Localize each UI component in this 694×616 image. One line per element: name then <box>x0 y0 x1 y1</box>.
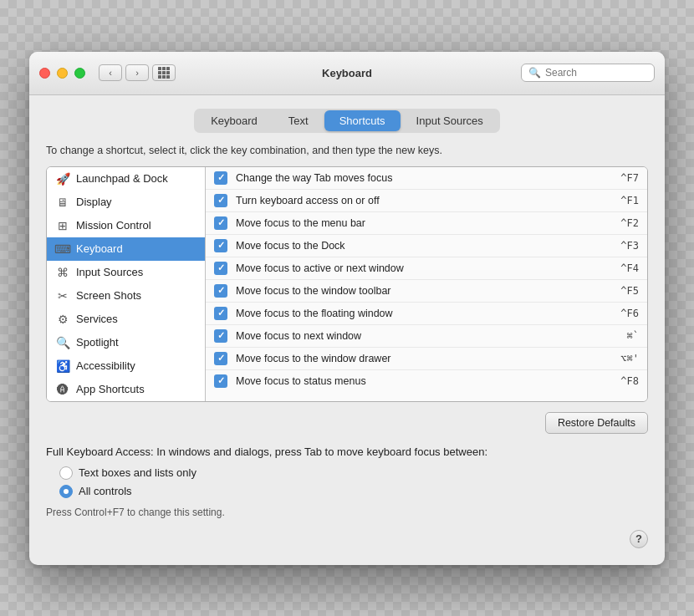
traffic-lights <box>39 68 85 79</box>
tabs-row: Keyboard Text Shortcuts Input Sources <box>46 109 648 133</box>
app-shortcuts-icon: 🅐 <box>55 382 70 397</box>
sidebar-item-display-label: Display <box>76 196 112 208</box>
instruction-text: To change a shortcut, select it, click t… <box>46 145 648 156</box>
radio-group: Text boxes and lists only All controls <box>59 466 648 498</box>
shortcut-key-6: ^F6 <box>620 308 639 319</box>
back-button[interactable]: ‹ <box>99 64 122 81</box>
checkbox-6[interactable] <box>214 307 227 320</box>
search-input[interactable] <box>545 67 647 79</box>
input-sources-icon: ⌘ <box>55 265 70 280</box>
sidebar-item-accessibility-label: Accessibility <box>76 359 135 372</box>
sidebar-item-spotlight-label: Spotlight <box>76 336 119 349</box>
shortcuts-panel: Change the way Tab moves focus ^F7 Turn … <box>206 167 647 401</box>
shortcut-key-0: ^F7 <box>620 172 639 184</box>
checkbox-9[interactable] <box>214 374 227 388</box>
shortcut-name-6: Move focus to the floating window <box>236 308 620 319</box>
checkbox-3[interactable] <box>214 239 227 252</box>
sidebar-item-keyboard-label: Keyboard <box>76 242 123 255</box>
checkbox-2[interactable] <box>214 216 227 230</box>
shortcut-row-1[interactable]: Turn keyboard access on or off ^F1 <box>206 190 647 212</box>
sidebar-item-accessibility[interactable]: ♿ Accessibility <box>47 354 205 378</box>
radio-all-controls-label: All controls <box>79 485 132 497</box>
sidebar-item-services-label: Services <box>76 313 118 325</box>
sidebar-item-keyboard[interactable]: ⌨ Keyboard <box>47 237 205 261</box>
nav-buttons: ‹ › <box>99 64 149 81</box>
search-box[interactable]: 🔍 <box>521 64 655 82</box>
sidebar: 🚀 Launchpad & Dock 🖥 Display ⊞ Mission C… <box>47 167 206 401</box>
forward-button[interactable]: › <box>125 64 149 81</box>
shortcut-row-8[interactable]: Move focus to the window drawer ⌥⌘' <box>206 348 647 370</box>
sidebar-item-app-shortcuts[interactable]: 🅐 App Shortcuts <box>47 378 205 401</box>
checkbox-1[interactable] <box>214 194 227 207</box>
accessibility-icon: ♿ <box>55 359 70 374</box>
main-panel: 🚀 Launchpad & Dock 🖥 Display ⊞ Mission C… <box>46 166 648 402</box>
shortcut-row-2[interactable]: Move focus to the menu bar ^F2 <box>206 212 647 235</box>
sidebar-item-input-label: Input Sources <box>76 266 143 278</box>
sidebar-item-launchpad-label: Launchpad & Dock <box>76 172 168 185</box>
shortcut-key-7: ⌘` <box>627 330 639 342</box>
shortcut-row-3[interactable]: Move focus to the Dock ^F3 <box>206 235 647 257</box>
shortcut-key-9: ^F8 <box>620 375 639 387</box>
shortcut-row-9[interactable]: Move focus to status menus ^F8 <box>206 370 647 392</box>
sidebar-item-app-shortcuts-label: App Shortcuts <box>76 383 145 395</box>
sidebar-item-display[interactable]: 🖥 Display <box>47 191 205 214</box>
shortcut-row-4[interactable]: Move focus to active or next window ^F4 <box>206 257 647 280</box>
search-icon: 🔍 <box>528 67 541 79</box>
sidebar-item-mission-control[interactable]: ⊞ Mission Control <box>47 214 205 237</box>
keyboard-icon: ⌨ <box>55 242 70 257</box>
radio-all-controls[interactable] <box>59 485 73 498</box>
tab-keyboard[interactable]: Keyboard <box>196 110 273 131</box>
tabs-container: Keyboard Text Shortcuts Input Sources <box>194 109 500 133</box>
sidebar-item-spotlight[interactable]: 🔍 Spotlight <box>47 331 205 354</box>
shortcut-key-2: ^F2 <box>620 217 639 229</box>
shortcut-name-1: Turn keyboard access on or off <box>236 195 620 206</box>
screenshot-icon: ✂ <box>55 288 70 303</box>
radio-text-boxes[interactable] <box>59 466 73 480</box>
grid-button[interactable] <box>152 64 176 81</box>
spotlight-icon: 🔍 <box>55 335 70 350</box>
display-icon: 🖥 <box>55 195 70 210</box>
shortcut-row-0[interactable]: Change the way Tab moves focus ^F7 <box>206 167 647 190</box>
shortcut-key-5: ^F5 <box>620 285 639 297</box>
shortcut-key-8: ⌥⌘' <box>620 353 639 364</box>
sidebar-item-mission-label: Mission Control <box>76 219 151 232</box>
launchpad-icon: 🚀 <box>55 171 70 186</box>
minimize-button[interactable] <box>57 68 68 79</box>
radio-item-text-boxes[interactable]: Text boxes and lists only <box>59 466 648 480</box>
sidebar-item-input-sources[interactable]: ⌘ Input Sources <box>47 261 205 284</box>
radio-item-all-controls[interactable]: All controls <box>59 485 648 498</box>
checkbox-4[interactable] <box>214 262 227 275</box>
checkbox-7[interactable] <box>214 329 227 343</box>
checkbox-8[interactable] <box>214 352 227 365</box>
sidebar-item-services[interactable]: ⚙ Services <box>47 308 205 331</box>
content-area: Keyboard Text Shortcuts Input Sources To… <box>29 95 665 565</box>
help-button[interactable]: ? <box>630 530 648 548</box>
sidebar-item-screenshots-label: Screen Shots <box>76 289 141 302</box>
close-button[interactable] <box>39 68 50 79</box>
checkbox-0[interactable] <box>214 171 227 185</box>
shortcut-name-3: Move focus to the Dock <box>236 240 620 252</box>
tab-shortcuts[interactable]: Shortcuts <box>324 110 401 131</box>
restore-defaults-button[interactable]: Restore Defaults <box>545 412 648 434</box>
main-window: ‹ › Keyboard 🔍 Keyboard Text Shortcuts I… <box>29 52 665 565</box>
shortcut-row-7[interactable]: Move focus to next window ⌘` <box>206 325 647 348</box>
shortcut-name-9: Move focus to status menus <box>236 375 620 387</box>
shortcut-row-6[interactable]: Move focus to the floating window ^F6 <box>206 303 647 325</box>
shortcut-key-4: ^F4 <box>620 262 639 274</box>
control-hint-text: Press Control+F7 to change this setting. <box>46 507 648 518</box>
shortcut-name-2: Move focus to the menu bar <box>236 217 620 229</box>
checkbox-5[interactable] <box>214 284 227 298</box>
radio-text-boxes-label: Text boxes and lists only <box>79 466 196 479</box>
shortcut-row-5[interactable]: Move focus to the window toolbar ^F5 <box>206 280 647 303</box>
sidebar-item-screenshots[interactable]: ✂ Screen Shots <box>47 284 205 308</box>
shortcut-name-5: Move focus to the window toolbar <box>236 285 620 297</box>
shortcut-name-8: Move focus to the window drawer <box>236 353 620 364</box>
maximize-button[interactable] <box>74 68 85 79</box>
tab-input-sources[interactable]: Input Sources <box>401 110 498 131</box>
grid-icon <box>158 67 170 79</box>
titlebar: ‹ › Keyboard 🔍 <box>29 52 665 95</box>
keyboard-access-label: Full Keyboard Access: In windows and dia… <box>46 445 648 458</box>
tab-text[interactable]: Text <box>273 110 324 131</box>
sidebar-item-launchpad[interactable]: 🚀 Launchpad & Dock <box>47 167 205 191</box>
shortcut-name-4: Move focus to active or next window <box>236 262 620 274</box>
